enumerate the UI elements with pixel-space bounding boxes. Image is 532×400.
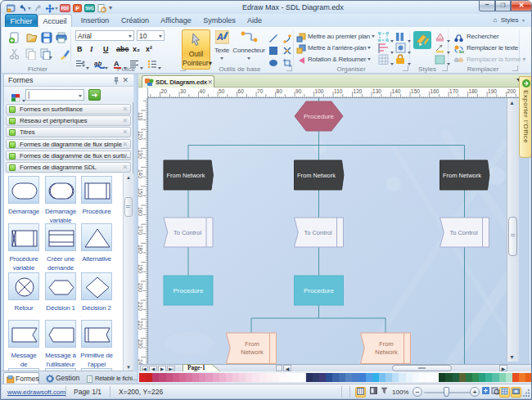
svg-text:To Control: To Control: [304, 229, 332, 236]
svg-text:Procedure: Procedure: [304, 287, 334, 294]
svg-text:From Network: From Network: [297, 172, 336, 179]
svg-text:To Control: To Control: [449, 229, 478, 236]
svg-text:A: A: [216, 32, 223, 42]
svg-text:Network: Network: [375, 348, 398, 356]
svg-text:From Network: From Network: [166, 172, 205, 179]
svg-text:Procedure: Procedure: [304, 113, 334, 120]
svg-text:Network: Network: [241, 348, 264, 356]
svg-text:From: From: [379, 340, 394, 348]
svg-text:Procedure: Procedure: [174, 287, 204, 294]
svg-text:To Control: To Control: [174, 229, 202, 236]
svg-text:From Network: From Network: [443, 172, 481, 179]
svg-text:From: From: [245, 340, 259, 348]
svg-text:A: A: [114, 60, 119, 68]
